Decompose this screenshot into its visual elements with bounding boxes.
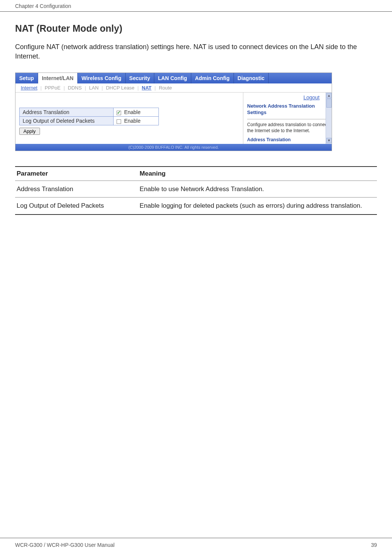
nat-settings-table: Address Translation Enable Log Output of…	[19, 108, 159, 125]
scroll-thumb[interactable]	[326, 99, 332, 108]
col-header-parameter: Parameter	[15, 167, 138, 181]
subtab-nat[interactable]: NAT	[139, 84, 155, 91]
setting-label: Log Output of Deleted Packets	[20, 117, 114, 125]
param-name: Log Output of Deleted Packets	[15, 198, 138, 215]
param-meaning: Enable logging for deleted packets (such…	[138, 198, 377, 215]
tab-diagnostic[interactable]: Diagnostic	[234, 73, 269, 83]
router-ui-screenshot: Setup Internet/LAN Wireless Config Secur…	[15, 73, 332, 151]
subtab-route[interactable]: Route	[156, 84, 175, 91]
tab-admin-config[interactable]: Admin Config	[191, 73, 234, 83]
setting-label: Address Translation	[20, 108, 114, 117]
help-text: Configure address translation to connect…	[247, 122, 329, 134]
section-description: Configure NAT (network address translati…	[15, 42, 377, 61]
subtab-pppoe[interactable]: PPPoE	[42, 84, 63, 91]
sub-tab-bar: Internet | PPPoE | DDNS | LAN | DHCP Lea…	[15, 83, 332, 93]
parameter-table: Parameter Meaning Address Translation En…	[15, 166, 377, 215]
param-row: Address Translation Enable to use Networ…	[15, 181, 377, 198]
checkbox-label: Enable	[124, 109, 141, 115]
logout-link[interactable]: Logout	[303, 94, 320, 100]
tab-setup[interactable]: Setup	[15, 73, 38, 83]
checkbox-label: Enable	[124, 118, 141, 124]
page-footer: WCR-G300 / WCR-HP-G300 User Manual 39	[0, 538, 392, 548]
logout-row: Logout	[247, 94, 329, 101]
help-separator	[247, 119, 329, 119]
settings-panel: Address Translation Enable Log Output of…	[15, 93, 243, 144]
main-tab-bar: Setup Internet/LAN Wireless Config Secur…	[15, 73, 332, 83]
tab-security[interactable]: Security	[126, 73, 154, 83]
subtab-lan[interactable]: LAN	[86, 84, 101, 91]
tab-wireless-config[interactable]: Wireless Config	[78, 73, 126, 83]
setting-row-log-output: Log Output of Deleted Packets Enable	[20, 117, 159, 125]
setting-value: Enable	[114, 117, 159, 125]
param-name: Address Translation	[15, 181, 138, 198]
scroll-up-icon[interactable]: ▲	[326, 93, 332, 98]
scrollbar[interactable]: ▲ ▼	[326, 93, 332, 144]
chapter-label: Chapter 4 Configuration	[15, 3, 71, 9]
subtab-internet[interactable]: Internet	[18, 84, 40, 91]
section-title: NAT (Router Mode only)	[15, 23, 377, 34]
footer-manual: WCR-G300 / WCR-HP-G300 User Manual	[15, 542, 115, 548]
panel-wrap: Address Translation Enable Log Output of…	[15, 93, 332, 144]
param-meaning: Enable to use Network Address Translatio…	[138, 181, 377, 198]
help-subheading: Address Translation	[247, 137, 329, 142]
page-content: NAT (Router Mode only) Configure NAT (ne…	[0, 12, 392, 215]
help-title: Network Address Translation Settings	[247, 103, 329, 116]
tab-lan-config[interactable]: LAN Config	[154, 73, 191, 83]
subtab-ddns[interactable]: DDNS	[65, 84, 85, 91]
page-header: Chapter 4 Configuration	[0, 0, 392, 12]
checkbox-log-output[interactable]	[117, 119, 121, 124]
tab-internet-lan[interactable]: Internet/LAN	[38, 73, 78, 83]
scroll-down-icon[interactable]: ▼	[326, 138, 332, 143]
checkbox-address-translation[interactable]	[117, 111, 121, 115]
footer-page-number: 39	[371, 542, 377, 548]
copyright-bar: (C)2000-2009 BUFFALO INC. All rights res…	[15, 144, 332, 151]
subtab-dhcp-lease[interactable]: DHCP Lease	[103, 84, 138, 91]
apply-button[interactable]: Apply	[19, 128, 40, 135]
setting-value: Enable	[114, 108, 159, 117]
help-panel: Logout Network Address Translation Setti…	[243, 93, 332, 144]
setting-row-address-translation: Address Translation Enable	[20, 108, 159, 117]
col-header-meaning: Meaning	[138, 167, 377, 181]
param-row: Log Output of Deleted Packets Enable log…	[15, 198, 377, 215]
